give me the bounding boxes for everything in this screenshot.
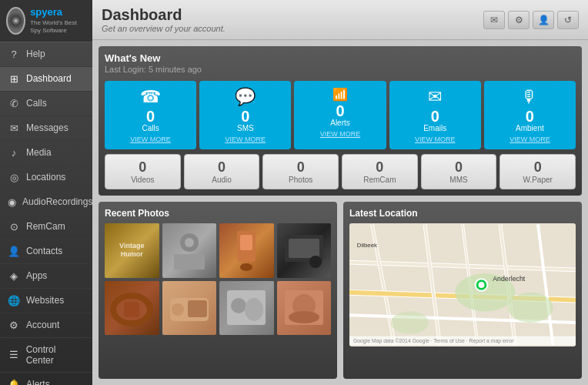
calls-viewmore[interactable]: VIEW MORE (130, 136, 171, 143)
sidebar-item-apps[interactable]: ◈ Apps (0, 264, 92, 289)
sidebar-item-help[interactable]: ? Help (0, 42, 92, 67)
calls-stat-icon: ☎ (140, 87, 161, 107)
svg-text:Anderlecht: Anderlecht (493, 275, 526, 283)
photo-thumb-7[interactable] (219, 281, 274, 336)
sidebar-item-controlcenter[interactable]: ☰ Control Center (0, 338, 92, 373)
stat-emails: ✉ 0 Emails VIEW MORE (389, 81, 481, 149)
audio-label: Audio (212, 176, 232, 184)
svg-rect-18 (188, 300, 207, 317)
sidebar-label-controlcenter: Control Center (26, 344, 85, 366)
photo-thumb-2[interactable] (162, 223, 217, 278)
photo-svg-3 (231, 227, 262, 273)
content-area: What's New Last Login: 5 minutes ago ☎ 0… (92, 40, 588, 385)
map-svg: Anderlecht Dilbeek Google Map data ©2014… (349, 223, 576, 346)
stat-wpaper: 0 W.Paper (499, 154, 576, 189)
latest-location-panel: Latest Location (343, 202, 582, 379)
email-button[interactable]: ✉ (483, 11, 505, 29)
dashboard-icon: ⊞ (8, 73, 20, 85)
photo-svg-6 (166, 286, 212, 329)
websites-icon: 🌐 (8, 295, 20, 306)
photos-count: 0 (297, 159, 305, 176)
sidebar-item-dashboard[interactable]: ⊞ Dashboard (0, 67, 92, 92)
logo-area: spyera The World's Best Spy Software (0, 0, 92, 42)
svg-point-20 (231, 298, 246, 313)
topbar: Dashboard Get an overview of your accoun… (92, 0, 588, 40)
last-login-value: 5 minutes ago (149, 65, 202, 74)
alerts-viewmore[interactable]: VIEW MORE (320, 130, 361, 138)
sidebar-label-audio: AudioRecordings (22, 196, 92, 207)
calls-icon: ✆ (8, 98, 20, 109)
photo-thumb-3[interactable] (219, 223, 274, 278)
latest-location-title: Latest Location (349, 208, 576, 219)
photo-thumb-5[interactable] (105, 281, 159, 336)
topbar-actions: ✉ ⚙ 👤 ↺ (483, 11, 579, 29)
svg-point-17 (172, 303, 184, 316)
photo-thumb-4[interactable] (277, 223, 332, 278)
stat-alerts: 📶 0 Alerts VIEW MORE (294, 81, 386, 149)
svg-rect-8 (240, 235, 252, 250)
sidebar-item-audiorecordings[interactable]: ◉ AudioRecordings (0, 190, 92, 215)
settings-button[interactable]: ⚙ (508, 11, 530, 29)
page-subtitle: Get an overview of your account. (102, 24, 226, 33)
logo-icon (6, 7, 25, 35)
stat-sms: 💬 0 SMS VIEW MORE (199, 81, 291, 149)
recent-photos-title: Recent Photos (105, 208, 331, 219)
sms-stat-icon: 💬 (235, 87, 256, 107)
svg-point-44 (479, 282, 485, 288)
svg-point-6 (185, 238, 194, 247)
contacts-icon: 👤 (8, 246, 20, 257)
bottom-row: Recent Photos VintageHumor (99, 202, 582, 379)
videos-count: 0 (139, 159, 146, 176)
sidebar-item-account[interactable]: ⚙ Account (0, 313, 92, 338)
stat-remcam: 0 RemCam (342, 154, 418, 189)
remcam-count: 0 (376, 159, 383, 176)
svg-rect-11 (289, 239, 319, 258)
stat-ambient: 🎙 0 Ambient VIEW MORE (484, 81, 576, 149)
sidebar-item-websites[interactable]: 🌐 Websites (0, 289, 92, 313)
photo-thumb-6[interactable] (162, 281, 217, 336)
photos-label: Photos (289, 176, 312, 184)
user-button[interactable]: 👤 (533, 11, 554, 29)
sms-viewmore[interactable]: VIEW MORE (226, 136, 266, 143)
sidebar-label-locations: Locations (26, 172, 65, 182)
photo-svg-4 (281, 227, 327, 273)
last-login: Last Login: 5 minutes ago (105, 65, 202, 74)
svg-text:Dilbeek: Dilbeek (357, 242, 377, 249)
alerts-count: 0 (336, 103, 344, 119)
sidebar-label-help: Help (26, 49, 45, 59)
sidebar-item-calls[interactable]: ✆ Calls (0, 92, 92, 116)
ambient-label: Ambient (516, 124, 544, 132)
sidebar-label-apps: Apps (26, 270, 47, 281)
sidebar-item-locations[interactable]: ◎ Locations (0, 166, 92, 190)
photo-thumb-8[interactable] (277, 281, 332, 336)
svg-point-12 (309, 256, 322, 268)
svg-point-42 (391, 311, 429, 333)
sidebar-label-media: Media (26, 147, 52, 158)
ambient-viewmore[interactable]: VIEW MORE (509, 136, 550, 143)
sidebar-item-remcam[interactable]: ⊙ RemCam (0, 215, 92, 239)
whats-new-panel: What's New Last Login: 5 minutes ago ☎ 0… (99, 46, 582, 196)
sidebar-item-contacts[interactable]: 👤 Contacts (0, 239, 92, 264)
emails-count: 0 (431, 109, 439, 124)
photo-thumb-1[interactable]: VintageHumor (105, 223, 159, 278)
topbar-title-area: Dashboard Get an overview of your accoun… (102, 6, 226, 33)
refresh-button[interactable]: ↺ (557, 11, 579, 29)
svg-rect-5 (174, 254, 205, 270)
sidebar-item-media[interactable]: ♪ Media (0, 141, 92, 166)
stat-photos: 0 Photos (262, 154, 339, 189)
svg-point-3 (14, 18, 18, 22)
controlcenter-icon: ☰ (8, 349, 20, 360)
mms-label: MMS (449, 176, 467, 184)
stats-top-row: ☎ 0 Calls VIEW MORE 💬 0 SMS VIEW MORE 📶 … (105, 81, 576, 149)
emails-viewmore[interactable]: VIEW MORE (415, 136, 456, 143)
map-container[interactable]: Anderlecht Dilbeek Google Map data ©2014… (349, 223, 576, 346)
videos-label: Videos (131, 176, 154, 184)
remcam-icon: ⊙ (8, 221, 20, 233)
whats-new-header: What's New Last Login: 5 minutes ago (105, 52, 576, 75)
sidebar-item-messages[interactable]: ✉ Messages (0, 116, 92, 141)
brand-tagline: The World's Best Spy Software (30, 19, 86, 35)
locations-icon: ◎ (8, 172, 20, 183)
audio-count: 0 (218, 159, 226, 176)
stat-mms: 0 MMS (421, 154, 497, 189)
sidebar-item-alerts[interactable]: 🔔 Alerts (0, 373, 92, 385)
